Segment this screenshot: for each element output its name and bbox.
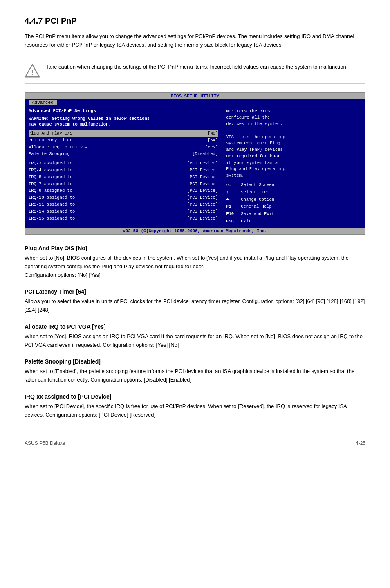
bios-irq-row: IRQ-9 assigned to[PCI Device] [29, 187, 218, 194]
section-body: When set to [Yes], BIOS assigns an IRQ t… [25, 332, 365, 350]
bios-row-label: PCI Latency Timer [29, 137, 72, 144]
bios-row-value: [Yes] [205, 144, 218, 151]
bios-help-line: configure all the [226, 114, 361, 121]
bios-irq-label: IRQ-14 assigned to [29, 208, 75, 215]
bios-irq-label: IRQ-10 assigned to [29, 194, 75, 201]
bios-irq-label: IRQ-9 assigned to [29, 187, 72, 194]
bios-key-row: ↔↕Select Screen [226, 182, 361, 189]
bios-key-action: Change Option [241, 196, 274, 204]
bios-key: ESC [226, 218, 238, 225]
bios-help-line: NO: Lets the BIOS [226, 108, 361, 115]
bios-irq-label: IRQ-15 assigned to [29, 215, 75, 222]
footer-right: 4-25 [356, 440, 365, 446]
section-body: Allows you to select the value in units … [25, 297, 365, 314]
bios-irq-row: IRQ-4 assigned to[PCI Device] [29, 167, 218, 174]
bios-right-panel: NO: Lets the BIOSconfigure all thedevice… [223, 108, 361, 225]
bios-key-action: Select Item [241, 189, 269, 196]
bios-help-line [226, 128, 361, 134]
bios-irq-row: IRQ-14 assigned to[PCI Device] [29, 208, 218, 215]
bios-irq-value: [PCI Device] [187, 194, 218, 201]
bios-irq-value: [PCI Device] [187, 208, 218, 215]
bios-setting-row: PCI Latency Timer[64] [29, 137, 218, 144]
section-body: When set to [No], BIOS configures all th… [25, 254, 365, 279]
bios-help-line: and Play (PnP) devices [226, 147, 361, 153]
intro-text: The PCI PnP menu items allow you to chan… [25, 32, 365, 49]
section-heading: Palette Snooping [Disabled] [25, 358, 365, 365]
section-body: When set to [Enabled], the palette snoop… [25, 367, 365, 384]
bios-key-list: ↔↕Select Screen↑↓Select Item+-Change Opt… [226, 182, 361, 225]
bios-irq-rows: IRQ-3 assigned to[PCI Device]IRQ-4 assig… [29, 160, 218, 222]
bios-row-label: Allocate IRQ to PCI VGA [29, 144, 88, 151]
section-heading: IRQ-xx assigned to [PCI Device] [25, 393, 365, 400]
bios-section-title: Advanced PCI/PnP Settings [29, 108, 218, 113]
bios-main-rows: Plug And Play O/S[No]PCI Latency Timer[6… [29, 130, 218, 157]
bios-setting-row: Palette Snooping[Disabled] [29, 150, 218, 157]
bios-warning-text: WARNING: Setting wrong values in below s… [29, 116, 218, 128]
bios-irq-label: IRQ-4 assigned to [29, 167, 72, 174]
bios-irq-row: IRQ-11 assigned to[PCI Device] [29, 201, 218, 208]
bios-key-row: ESCExit [226, 218, 361, 225]
svg-text:!: ! [31, 68, 34, 76]
bios-key-row: +-Change Option [226, 196, 361, 204]
bios-title-bar: BIOS SETUP UTILITY [25, 93, 365, 99]
section-body: When set to [PCI Device], the specific I… [25, 402, 365, 420]
bios-help-line: Plug and Play operating [226, 166, 361, 173]
bios-irq-row: IRQ-7 assigned to[PCI Device] [29, 181, 218, 188]
page-title: 4.4.7 PCI PnP [25, 16, 365, 26]
bios-help-line: if your system has a [226, 160, 361, 166]
warning-box: ! Take caution when changing the setting… [25, 58, 365, 84]
bios-irq-label: IRQ-5 assigned to [29, 174, 72, 181]
bios-footer: v02.58 (C)Copyright 1985-2006, American … [25, 228, 365, 234]
page-footer: ASUS P5B Deluxe 4-25 [25, 436, 365, 446]
bios-key-row: ↑↓Select Item [226, 189, 361, 196]
bios-irq-value: [PCI Device] [187, 174, 218, 181]
bios-key: F10 [226, 211, 238, 218]
bios-irq-row: IRQ-15 assigned to[PCI Device] [29, 215, 218, 222]
bios-key: ↔↕ [226, 182, 238, 189]
bios-help-line: system. [226, 173, 361, 179]
bios-irq-value: [PCI Device] [187, 167, 218, 174]
bios-row-value: [64] [208, 137, 218, 144]
bios-key-row: F1General Help [226, 203, 361, 211]
bios-key-action: Select Screen [241, 182, 274, 189]
bios-irq-value: [PCI Device] [187, 160, 218, 167]
bios-irq-value: [PCI Device] [187, 187, 218, 194]
bios-irq-row: IRQ-3 assigned to[PCI Device] [29, 160, 218, 167]
section-heading: PCI Latency Timer [64] [25, 288, 365, 295]
bios-key: +- [226, 196, 238, 204]
bios-screen: BIOS SETUP UTILITY Advanced Advanced PCI… [25, 92, 365, 235]
bios-irq-value: [PCI Device] [187, 181, 218, 188]
bios-setting-row[interactable]: Plug And Play O/S[No] [29, 130, 218, 137]
warning-text: Take caution when changing the settings … [46, 63, 347, 71]
bios-irq-label: IRQ-3 assigned to [29, 160, 72, 167]
section-heading: Plug And Play O/S [No] [25, 245, 365, 251]
bios-row-value: [Disabled] [192, 150, 218, 157]
bios-key-action: Exit [241, 218, 251, 225]
warning-icon: ! [25, 63, 40, 79]
bios-key-action: General Help [241, 203, 272, 211]
bios-row-label: Plug And Play O/S [29, 130, 72, 137]
bios-help-line: system configure Plug [226, 140, 361, 147]
footer-left: ASUS P5B Deluxe [25, 440, 65, 446]
bios-irq-value: [PCI Device] [187, 201, 218, 208]
bios-row-label: Palette Snooping [29, 150, 70, 157]
bios-help-line: YES: Lets the operating [226, 134, 361, 141]
bios-left-panel: Advanced PCI/PnP Settings WARNING: Setti… [29, 108, 218, 225]
bios-irq-row: IRQ-5 assigned to[PCI Device] [29, 174, 218, 181]
bios-irq-value: [PCI Device] [187, 215, 218, 222]
bios-key-row: F10Save and Exit [226, 211, 361, 218]
bios-irq-row: IRQ-10 assigned to[PCI Device] [29, 194, 218, 201]
bios-setting-row: Allocate IRQ to PCI VGA[Yes] [29, 144, 218, 151]
section-heading: Allocate IRQ to PCI VGA [Yes] [25, 323, 365, 330]
bios-irq-label: IRQ-11 assigned to [29, 201, 75, 208]
bios-help-line: not required for boot [226, 153, 361, 160]
bios-nav-advanced[interactable]: Advanced [29, 100, 57, 105]
sections-container: Plug And Play O/S [No]When set to [No], … [25, 245, 365, 420]
bios-irq-label: IRQ-7 assigned to [29, 181, 72, 188]
bios-help-text: NO: Lets the BIOSconfigure all thedevice… [226, 108, 361, 179]
bios-help-line: devices in the system. [226, 121, 361, 128]
bios-row-value: [No] [208, 130, 218, 137]
bios-nav-bar: Advanced [25, 99, 365, 106]
bios-key: ↑↓ [226, 189, 238, 196]
bios-key-action: Save and Exit [241, 211, 274, 218]
